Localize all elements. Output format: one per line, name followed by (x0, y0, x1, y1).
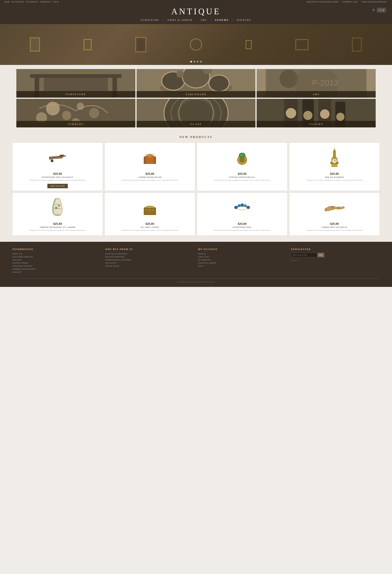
footer-link-help[interactable]: HELP (198, 265, 287, 267)
hero-dot-1[interactable] (190, 61, 192, 62)
hero-decoration (0, 24, 392, 65)
hero-dot-4[interactable] (200, 61, 202, 62)
products-grid: $25.89 EXCEPTEUR SINT OCCAECAT Excepteur… (12, 143, 380, 236)
footer-link-orders[interactable]: ORDERS AND RETURNS (12, 268, 101, 270)
svg-point-63 (55, 214, 61, 216)
product-image-2 (107, 145, 192, 170)
category-art-label: ART (257, 91, 376, 98)
product-name-2: LOREM IPSUM DOLOR (107, 176, 192, 178)
category-jewelry-label: JEWELRY (16, 121, 135, 127)
ring-icon (234, 150, 250, 166)
footer-link-sitemap[interactable]: SITE MAP (12, 259, 101, 261)
nav-clocks[interactable]: CLOCKS (211, 18, 232, 22)
hero-banner (0, 24, 392, 65)
clock-icon (327, 148, 342, 168)
newsletter-input[interactable] (291, 253, 317, 257)
top-nav-wishlist[interactable]: MY WISHLIST (26, 1, 38, 3)
footer-link-sign-in[interactable]: SIGN IN (198, 253, 287, 255)
footer-link-advanced-search[interactable]: ADVANCED SEARCH (12, 265, 101, 267)
nav-arms-armor[interactable]: ARMS & ARMOR (164, 18, 196, 22)
top-bar-nav[interactable]: HOME MY ACCOUNT MY WISHLIST CHECKOUT LOG… (4, 1, 61, 3)
product-card-7: $25.89 EXCEPTEUR SINT Excepteur sint occ… (197, 193, 288, 236)
product-card-6: $25.89 SIT AMET CONSE Excepteur sint occ… (104, 193, 195, 236)
footer-link-contact[interactable]: CONTACT (12, 271, 101, 273)
category-tableware[interactable]: TABLEWARE (137, 69, 256, 98)
top-nav-checkout[interactable]: CHECKOUT (40, 1, 51, 3)
facebook-link[interactable]: 𝕡 (294, 259, 295, 261)
svg-point-39 (320, 109, 330, 119)
language-selector[interactable]: YOUR LANGUAGE: ENGLISH (361, 1, 386, 3)
nav-jewelry[interactable]: JEWELRY (233, 18, 255, 22)
category-furniture[interactable]: FURNITURE (16, 69, 135, 98)
product-price-5: $25.89 (15, 222, 100, 226)
footer-link-secure[interactable]: SECURE SHOPPING (105, 256, 194, 258)
footer-information: INFORMATION ABOUT US CUSTOMER SERVICE SI… (12, 248, 101, 274)
product-image-4 (292, 145, 377, 170)
svg-point-41 (336, 113, 344, 121)
product-desc-5: Excepteur sint occaecat cupidatat non pr… (15, 229, 100, 231)
footer-link-customer[interactable]: CUSTOMER SERVICE (12, 256, 101, 258)
footer-grid: INFORMATION ABOUT US CUSTOMER SERVICE SI… (12, 248, 380, 274)
footer-link-wishlist[interactable]: MY WISHLIST (198, 259, 287, 261)
product-price-3: $25.89 (200, 172, 285, 175)
footer-why-buy: WHY BUY FROM US SHIPPING & RETURNS SECUR… (105, 248, 194, 274)
category-jewelry[interactable]: JEWELRY (16, 99, 135, 127)
product-card-5: $25.89 TEMPOR INCIDIDUNT UT LABORE Excep… (12, 193, 103, 236)
footer-link-view-cart[interactable]: VIEW CART (198, 256, 287, 258)
top-bar-right: Welcome to our online store! CURRENCY: U… (307, 1, 388, 3)
category-tableware-label: TABLEWARE (137, 91, 256, 98)
footer-link-shipping[interactable]: SHIPPING & RETURNS (105, 253, 194, 255)
category-furniture-label: FURNITURE (16, 91, 135, 98)
product-card-2: $25.89 LOREM IPSUM DOLOR Excepteur sint … (104, 143, 195, 191)
twitter-link[interactable]: 𝕫 (291, 259, 292, 261)
footer-copyright: © Antique Theme Store 2014. All Rights R… (12, 278, 380, 283)
product-name-8: LOREM SINT OCCAECAT (292, 226, 377, 228)
svg-rect-2 (140, 46, 141, 48)
search-button[interactable]: ⚲ (372, 8, 375, 12)
svg-point-71 (238, 205, 240, 207)
product-name-5: TEMPOR INCIDIDUNT UT LABORE (15, 226, 100, 228)
footer-link-group-sales[interactable]: GROUP SALES (105, 265, 194, 267)
footer-link-track-order[interactable]: TRACK MY ORDER (198, 262, 287, 264)
nav-art[interactable]: ART (197, 18, 210, 22)
hero-dot-2[interactable] (194, 61, 195, 62)
footer-link-search-terms[interactable]: SEARCH TERMS (12, 262, 101, 264)
product-image-8 (292, 196, 377, 220)
product-image-7 (200, 196, 285, 220)
footer-link-international[interactable]: INTERNATIONAL SHIPPING (105, 259, 194, 261)
horn-icon (323, 201, 346, 215)
nav-furniture[interactable]: FURNITURE (137, 18, 163, 22)
product-image-3 (200, 145, 285, 170)
top-nav-account[interactable]: MY ACCOUNT (12, 1, 24, 3)
add-to-cart-button-1[interactable]: ADD TO CART (47, 184, 68, 188)
hero-dot-3[interactable] (197, 61, 198, 62)
footer-link-affiliates[interactable]: AFFILIATES (105, 262, 194, 264)
rss-link[interactable]: ∿ (297, 259, 298, 261)
cart-button[interactable]: 🛒 0 (377, 8, 386, 12)
product-card-1: $25.89 EXCEPTEUR SINT OCCAECAT Excepteur… (12, 143, 103, 191)
category-glass[interactable]: GLASS (137, 99, 256, 127)
product-name-4: SED DO EIUSMOD (292, 176, 377, 178)
category-section: FURNITURE TABLEWARE (0, 65, 392, 131)
svg-point-14 (209, 75, 229, 92)
currency-selector[interactable]: CURRENCY: USD (342, 1, 357, 3)
product-price-1: $25.89 (15, 172, 100, 175)
category-clocks[interactable]: CLOCKS (257, 99, 376, 127)
product-desc-8: Excepteur sint occaecat cupidatat non pr… (292, 229, 377, 231)
top-nav-login[interactable]: LOG IN (53, 1, 59, 3)
site-title: ANTIQUE (4, 6, 388, 16)
product-desc-6: Excepteur sint occaecat cupidatat non pr… (107, 229, 192, 231)
bracelet-icon (232, 201, 252, 215)
svg-point-23 (46, 102, 60, 115)
category-art[interactable]: P-2013 ART (257, 69, 376, 98)
svg-rect-48 (145, 154, 155, 155)
svg-point-52 (240, 154, 244, 157)
product-image-1 (15, 145, 100, 170)
newsletter-submit-button[interactable]: GO! (317, 253, 324, 257)
footer-link-about[interactable]: ABOUT US (12, 253, 101, 255)
product-price-7: $25.89 (200, 222, 285, 226)
product-image-6 (107, 196, 192, 220)
top-nav-home[interactable]: HOME (4, 1, 10, 3)
hero-frame-right (352, 37, 362, 52)
welcome-text: Welcome to our online store! (307, 1, 339, 3)
